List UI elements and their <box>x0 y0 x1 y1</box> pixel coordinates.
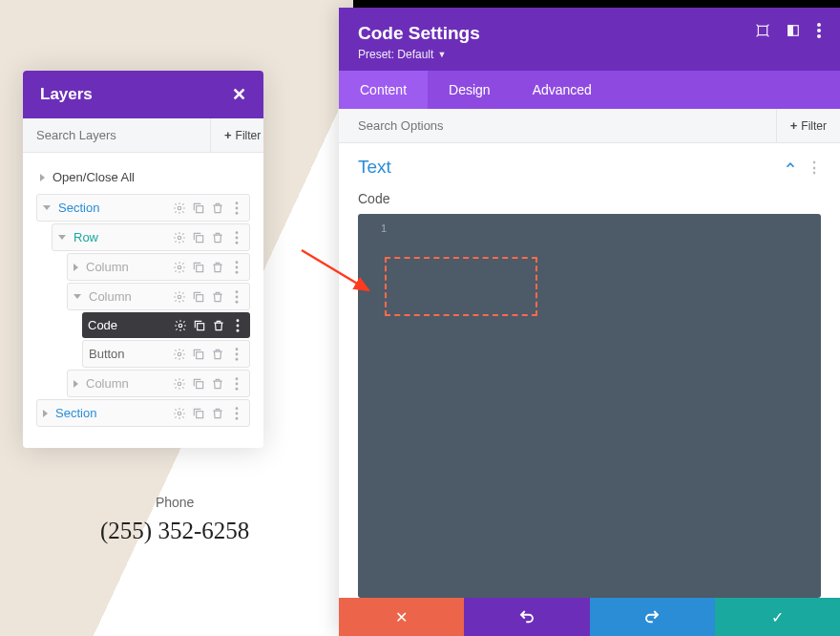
layer-row-section[interactable]: Section <box>36 399 250 427</box>
kebab-icon[interactable] <box>230 261 243 274</box>
layer-label: Code <box>88 318 174 332</box>
chevron-right-icon <box>74 380 78 388</box>
code-label: Code <box>339 191 840 214</box>
duplicate-icon[interactable] <box>192 348 205 361</box>
phone-block: Phone (255) 352-6258 <box>100 495 249 544</box>
gear-icon[interactable] <box>173 348 186 361</box>
svg-point-0 <box>178 206 181 210</box>
tab-design[interactable]: Design <box>428 71 512 109</box>
confirm-button[interactable]: ✓ <box>715 598 840 636</box>
layers-toolbar: + Filter <box>23 118 263 153</box>
collapse-icon[interactable] <box>784 159 797 176</box>
chevron-down-icon <box>74 294 81 299</box>
gear-icon[interactable] <box>173 201 186 215</box>
duplicate-icon[interactable] <box>192 201 205 215</box>
duplicate-icon[interactable] <box>193 319 206 332</box>
layers-search-input[interactable] <box>23 118 210 152</box>
duplicate-icon[interactable] <box>192 261 205 274</box>
duplicate-icon[interactable] <box>192 407 205 420</box>
layer-label: Column <box>86 260 173 274</box>
layers-panel: Layers ✕ + Filter Open/Close All Section… <box>23 71 263 448</box>
layer-label: Section <box>55 406 173 420</box>
undo-button[interactable] <box>464 598 589 636</box>
settings-search-input[interactable] <box>339 109 776 142</box>
snap-left-icon[interactable] <box>787 24 800 41</box>
svg-rect-16 <box>197 294 203 301</box>
settings-title: Code Settings <box>358 23 480 44</box>
gear-icon[interactable] <box>173 290 186 304</box>
preset-selector[interactable]: Preset: Default ▼ <box>358 48 480 61</box>
layer-row-button[interactable]: Button <box>82 340 250 368</box>
svg-point-37 <box>236 407 239 410</box>
layers-filter-button[interactable]: + Filter <box>210 118 274 152</box>
duplicate-icon[interactable] <box>192 290 205 304</box>
row-icons <box>173 348 243 361</box>
cancel-button[interactable]: ✕ <box>339 598 464 636</box>
tab-advanced[interactable]: Advanced <box>512 71 613 109</box>
layer-row-code[interactable]: Code <box>82 312 250 338</box>
gear-icon[interactable] <box>173 407 186 420</box>
row-icons <box>173 261 243 274</box>
code-editor[interactable]: 1</span></span></div><div class="code-li… <box>358 214 821 598</box>
svg-point-5 <box>178 236 181 240</box>
kebab-icon[interactable] <box>230 348 243 361</box>
chevron-down-icon <box>43 205 51 210</box>
row-icons <box>173 377 243 391</box>
svg-point-20 <box>178 324 182 328</box>
layer-label: Section <box>58 201 173 215</box>
expand-icon[interactable] <box>756 24 769 41</box>
gear-icon[interactable] <box>173 231 186 244</box>
plus-icon: + <box>224 128 232 142</box>
duplicate-icon[interactable] <box>192 231 205 244</box>
kebab-icon[interactable] <box>817 23 821 42</box>
chevron-down-icon: ▼ <box>437 50 446 59</box>
plus-icon: + <box>790 118 798 133</box>
svg-point-7 <box>236 231 239 234</box>
redo-button[interactable] <box>590 598 715 636</box>
layer-row-column[interactable]: Column <box>67 253 250 281</box>
trash-icon[interactable] <box>211 348 224 361</box>
trash-icon[interactable] <box>211 261 224 274</box>
kebab-icon[interactable]: ⋮ <box>807 159 821 177</box>
close-icon[interactable]: ✕ <box>232 84 246 105</box>
gear-icon[interactable] <box>173 377 186 391</box>
duplicate-icon[interactable] <box>192 377 205 391</box>
svg-point-27 <box>236 348 239 350</box>
row-icons <box>173 201 243 215</box>
row-icons <box>173 231 243 244</box>
tabs: Content Design Advanced <box>339 71 840 109</box>
layer-row-row[interactable]: Row <box>52 223 250 251</box>
kebab-icon[interactable] <box>230 201 243 215</box>
code-line: 1</span></span></div><div class="code-li… <box>368 222 811 237</box>
row-icons <box>173 290 243 304</box>
svg-rect-1 <box>197 205 203 212</box>
svg-point-13 <box>236 265 239 268</box>
layer-row-column[interactable]: Column <box>67 370 250 397</box>
kebab-icon[interactable] <box>230 231 243 244</box>
svg-rect-31 <box>197 381 203 388</box>
gear-icon[interactable] <box>173 261 186 274</box>
gear-icon[interactable] <box>174 319 187 332</box>
layer-row-column[interactable]: Column <box>67 283 250 310</box>
row-icons <box>174 319 244 332</box>
svg-point-33 <box>236 382 239 385</box>
svg-rect-6 <box>197 235 203 242</box>
open-close-all[interactable]: Open/Close All <box>36 160 250 194</box>
layer-label: Column <box>86 376 173 391</box>
settings-filter-button[interactable]: + Filter <box>776 109 840 142</box>
kebab-icon[interactable] <box>230 377 243 391</box>
kebab-icon[interactable] <box>231 319 244 332</box>
trash-icon[interactable] <box>211 377 224 391</box>
trash-icon[interactable] <box>211 201 224 215</box>
tab-content[interactable]: Content <box>339 71 428 109</box>
trash-icon[interactable] <box>211 407 224 420</box>
header-icons <box>756 23 821 42</box>
svg-point-45 <box>817 34 821 38</box>
layer-row-section[interactable]: Section <box>36 194 250 222</box>
trash-icon[interactable] <box>211 231 224 244</box>
trash-icon[interactable] <box>212 319 225 332</box>
svg-point-34 <box>236 387 239 390</box>
kebab-icon[interactable] <box>230 290 243 304</box>
kebab-icon[interactable] <box>230 407 243 420</box>
trash-icon[interactable] <box>211 290 224 304</box>
